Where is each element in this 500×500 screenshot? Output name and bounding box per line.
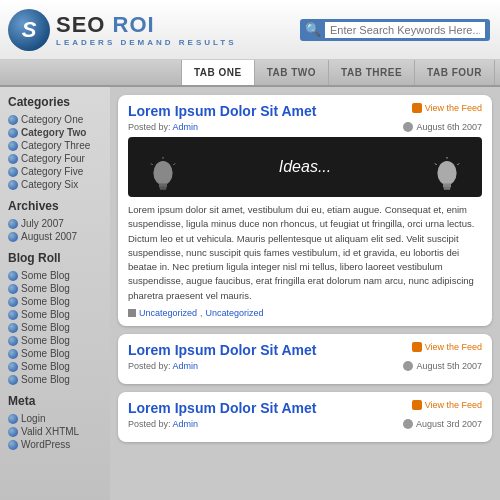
sidebar-item-cat4[interactable]: Category Four: [8, 152, 102, 165]
svg-line-4: [151, 163, 153, 165]
logo-tagline: Leaders Demand Results: [56, 38, 237, 47]
post-card-1: Lorem Ipsum Dolor Sit Amet View the Feed…: [118, 95, 492, 326]
svg-rect-8: [444, 187, 450, 190]
sidebar-item-cat5[interactable]: Category Five: [8, 165, 102, 178]
archives-title: Archives: [8, 199, 102, 213]
bullet-icon: [8, 297, 18, 307]
sidebar-item-blog9[interactable]: Some Blog: [8, 373, 102, 386]
sidebar-item-cat3[interactable]: Category Three: [8, 139, 102, 152]
sidebar-item-archive-aug[interactable]: August 2007: [8, 230, 102, 243]
post-header-3: Lorem Ipsum Dolor Sit Amet View the Feed: [128, 400, 482, 416]
sidebar-item-login[interactable]: Login: [8, 412, 102, 425]
search-bar[interactable]: 🔍: [300, 19, 490, 41]
bullet-icon: [8, 154, 18, 164]
bullet-icon: [8, 349, 18, 359]
header: S SEO ROI Leaders Demand Results 🔍: [0, 0, 500, 60]
logo-main-text: SEO ROI: [56, 12, 237, 38]
sidebar-item-blog8[interactable]: Some Blog: [8, 360, 102, 373]
post-body-1: Lorem ipsum dolor sit amet, vestibulum d…: [128, 203, 482, 303]
logo-icon: S: [8, 9, 50, 51]
search-button[interactable]: 🔍: [305, 23, 321, 36]
tab-two[interactable]: TAB TWO: [255, 60, 329, 85]
bullet-icon: [8, 232, 18, 242]
sidebar-item-xhtml[interactable]: Valid XHTML: [8, 425, 102, 438]
calendar-icon-1: [403, 122, 413, 132]
svg-point-0: [153, 161, 172, 185]
posted-by-1: Posted by: Admin: [128, 122, 198, 132]
bullet-icon: [8, 414, 18, 424]
tab-three[interactable]: TAB THREE: [329, 60, 415, 85]
post-meta-1: Posted by: Admin August 6th 2007: [128, 122, 482, 132]
post-feed-2[interactable]: View the Feed: [412, 342, 482, 352]
post-title-2[interactable]: Lorem Ipsum Dolor Sit Amet: [128, 342, 317, 358]
post-feed-1[interactable]: View the Feed: [412, 103, 482, 113]
bullet-icon: [8, 128, 18, 138]
post-date-1: August 6th 2007: [403, 122, 482, 132]
feed-icon-2: [412, 342, 422, 352]
svg-point-6: [437, 161, 456, 185]
post-header-1: Lorem Ipsum Dolor Sit Amet View the Feed: [128, 103, 482, 119]
post-card-3: Lorem Ipsum Dolor Sit Amet View the Feed…: [118, 392, 492, 442]
search-input[interactable]: [325, 22, 485, 38]
bulb-right-svg: [432, 157, 462, 197]
svg-line-5: [173, 163, 175, 165]
post-title-3[interactable]: Lorem Ipsum Dolor Sit Amet: [128, 400, 317, 416]
calendar-icon-2: [403, 361, 413, 371]
svg-line-11: [457, 163, 459, 165]
tab-four[interactable]: TAB FOUR: [415, 60, 495, 85]
logo-seo: SEO: [56, 12, 105, 37]
bullet-icon: [8, 141, 18, 151]
main-layout: Categories Category One Category Two Cat…: [0, 87, 500, 500]
bullet-icon: [8, 219, 18, 229]
sidebar-item-blog1[interactable]: Some Blog: [8, 269, 102, 282]
author-link-1[interactable]: Admin: [173, 122, 199, 132]
post-card-2: Lorem Ipsum Dolor Sit Amet View the Feed…: [118, 334, 492, 384]
post-title-1[interactable]: Lorem Ipsum Dolor Sit Amet: [128, 103, 317, 119]
nav-tabs: TAB ONE TAB TWO TAB THREE TAB FOUR: [0, 60, 500, 87]
bullet-icon: [8, 440, 18, 450]
bullet-icon: [8, 375, 18, 385]
post-meta-3: Posted by: Admin August 3rd 2007: [128, 419, 482, 429]
sidebar: Categories Category One Category Two Cat…: [0, 87, 110, 500]
blogroll-title: Blog Roll: [8, 251, 102, 265]
meta-title: Meta: [8, 394, 102, 408]
bullet-icon: [8, 271, 18, 281]
post-image-1: Ideas...: [128, 137, 482, 197]
bullet-icon: [8, 115, 18, 125]
tag-icon-1: [128, 309, 136, 317]
sidebar-item-blog6[interactable]: Some Blog: [8, 334, 102, 347]
sidebar-item-blog2[interactable]: Some Blog: [8, 282, 102, 295]
sidebar-item-cat2[interactable]: Category Two: [8, 126, 102, 139]
author-link-3[interactable]: Admin: [173, 419, 199, 429]
post-tags-1: Uncategorized , Uncategorized: [128, 308, 482, 318]
ideas-text: Ideas...: [279, 158, 331, 176]
bullet-icon: [8, 180, 18, 190]
sidebar-item-archive-july[interactable]: July 2007: [8, 217, 102, 230]
sidebar-item-blog7[interactable]: Some Blog: [8, 347, 102, 360]
sidebar-item-blog4[interactable]: Some Blog: [8, 308, 102, 321]
categories-title: Categories: [8, 95, 102, 109]
bullet-icon: [8, 167, 18, 177]
sidebar-item-blog3[interactable]: Some Blog: [8, 295, 102, 308]
tab-one[interactable]: TAB ONE: [181, 60, 255, 85]
feed-icon-3: [412, 400, 422, 410]
post-feed-3[interactable]: View the Feed: [412, 400, 482, 410]
sidebar-item-wordpress[interactable]: WordPress: [8, 438, 102, 451]
bulb-left-svg: [148, 157, 178, 197]
feed-icon-1: [412, 103, 422, 113]
tag-link-1a[interactable]: Uncategorized: [139, 308, 197, 318]
calendar-icon-3: [403, 419, 413, 429]
bullet-icon: [8, 362, 18, 372]
logo-roi: ROI: [105, 12, 154, 37]
sidebar-item-cat1[interactable]: Category One: [8, 113, 102, 126]
logo-text: SEO ROI Leaders Demand Results: [56, 12, 237, 47]
author-link-2[interactable]: Admin: [173, 361, 199, 371]
posted-by-3: Posted by: Admin: [128, 419, 198, 429]
sidebar-item-cat6[interactable]: Category Six: [8, 178, 102, 191]
bullet-icon: [8, 427, 18, 437]
svg-line-10: [435, 163, 437, 165]
content-area: Lorem Ipsum Dolor Sit Amet View the Feed…: [110, 87, 500, 500]
tag-link-1b[interactable]: Uncategorized: [206, 308, 264, 318]
post-header-2: Lorem Ipsum Dolor Sit Amet View the Feed: [128, 342, 482, 358]
sidebar-item-blog5[interactable]: Some Blog: [8, 321, 102, 334]
